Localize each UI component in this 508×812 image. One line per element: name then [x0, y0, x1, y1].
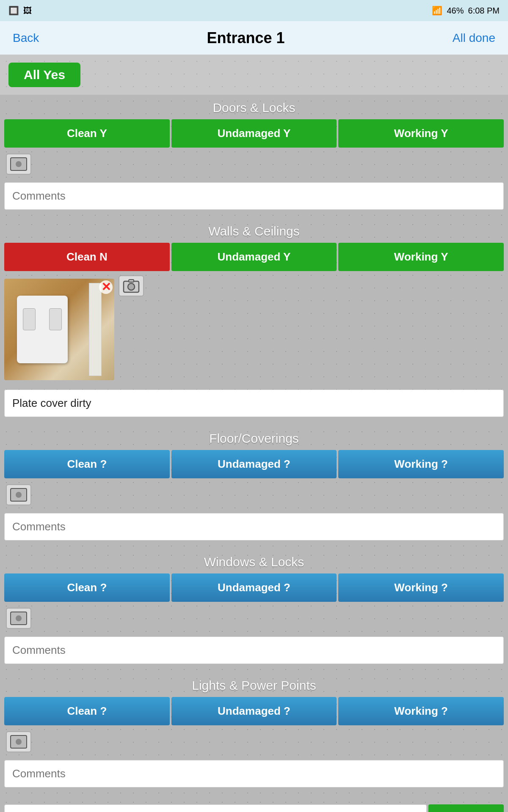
windows-locks-clean-button[interactable]: Clean ? [4, 573, 170, 602]
section-title-doors-locks: Doors & Locks [4, 101, 504, 115]
status-bar-right: 📶 46% 6:08 PM [432, 5, 500, 16]
doors-locks-camera-button[interactable] [6, 154, 31, 175]
doors-locks-camera-row [4, 152, 504, 176]
all-done-button[interactable]: All done [453, 31, 495, 45]
floor-coverings-clean-button[interactable]: Clean ? [4, 450, 170, 478]
floor-coverings-camera-row [4, 483, 504, 507]
status-bar-left: 🔲 🖼 [8, 5, 32, 16]
add-items-row: Add [0, 796, 508, 812]
image-icon: 🖼 [23, 6, 32, 16]
walls-ceilings-add-photo-button[interactable] [119, 275, 144, 296]
lights-power-camera-row [4, 730, 504, 754]
doors-locks-undamaged-button[interactable]: Undamaged Y [171, 119, 337, 148]
doors-locks-clean-button[interactable]: Clean Y [4, 119, 170, 148]
windows-locks-camera-button[interactable] [6, 608, 31, 629]
section-title-windows-locks: Windows & Locks [4, 555, 504, 569]
floor-coverings-camera-button[interactable] [6, 484, 31, 505]
section-floor-coverings: Floor/Coverings Clean ? Undamaged ? Work… [0, 425, 508, 549]
section-doors-locks: Doors & Locks Clean Y Undamaged Y Workin… [0, 95, 508, 218]
notification-icon: 🔲 [8, 5, 19, 16]
lights-power-clean-button[interactable]: Clean ? [4, 697, 170, 725]
lights-power-comment-input[interactable] [4, 760, 504, 787]
status-bar: 🔲 🖼 📶 46% 6:08 PM [0, 0, 508, 21]
windows-locks-camera-row [4, 606, 504, 631]
walls-ceilings-button-row: Clean N Undamaged Y Working Y [4, 243, 504, 271]
walls-ceilings-working-button[interactable]: Working Y [338, 243, 504, 271]
windows-locks-working-button[interactable]: Working ? [338, 573, 504, 602]
floor-coverings-comment-input[interactable] [4, 513, 504, 540]
walls-ceilings-photo: ✕ [4, 279, 114, 380]
section-windows-locks: Windows & Locks Clean ? Undamaged ? Work… [0, 549, 508, 672]
page-title: Entrance 1 [207, 29, 284, 47]
wifi-icon: 📶 [432, 5, 442, 16]
header: Back Entrance 1 All done [0, 21, 508, 55]
lights-power-camera-button[interactable] [6, 731, 31, 752]
all-yes-bar: All Yes [0, 55, 508, 95]
lights-power-undamaged-button[interactable]: Undamaged ? [171, 697, 337, 725]
floor-coverings-button-row: Clean ? Undamaged ? Working ? [4, 450, 504, 478]
section-title-floor-coverings: Floor/Coverings [4, 431, 504, 446]
lights-power-working-button[interactable]: Working ? [338, 697, 504, 725]
section-lights-power: Lights & Power Points Clean ? Undamaged … [0, 672, 508, 796]
time-label: 6:08 PM [468, 6, 500, 16]
doors-locks-button-row: Clean Y Undamaged Y Working Y [4, 119, 504, 148]
doors-locks-comment-input[interactable] [4, 182, 504, 210]
floor-coverings-working-button[interactable]: Working ? [338, 450, 504, 478]
svg-rect-2 [129, 280, 134, 282]
section-walls-ceilings: Walls & Ceilings Clean N Undamaged Y Wor… [0, 218, 508, 425]
walls-ceilings-comment-input[interactable] [4, 390, 504, 417]
walls-ceilings-undamaged-button[interactable]: Undamaged Y [171, 243, 337, 271]
add-button[interactable]: Add [428, 804, 504, 812]
section-title-lights-power: Lights & Power Points [4, 678, 504, 693]
walls-ceilings-delete-photo-button[interactable]: ✕ [99, 280, 113, 294]
windows-locks-undamaged-button[interactable]: Undamaged ? [171, 573, 337, 602]
back-button[interactable]: Back [13, 31, 39, 45]
section-title-walls-ceilings: Walls & Ceilings [4, 224, 504, 239]
windows-locks-comment-input[interactable] [4, 636, 504, 664]
all-yes-button[interactable]: All Yes [8, 63, 80, 87]
add-items-input[interactable] [4, 804, 427, 812]
doors-locks-working-button[interactable]: Working Y [338, 119, 504, 148]
svg-point-1 [128, 283, 135, 290]
battery-label: 46% [447, 6, 464, 16]
windows-locks-button-row: Clean ? Undamaged ? Working ? [4, 573, 504, 602]
lights-power-button-row: Clean ? Undamaged ? Working ? [4, 697, 504, 725]
walls-ceilings-clean-button[interactable]: Clean N [4, 243, 170, 271]
floor-coverings-undamaged-button[interactable]: Undamaged ? [171, 450, 337, 478]
